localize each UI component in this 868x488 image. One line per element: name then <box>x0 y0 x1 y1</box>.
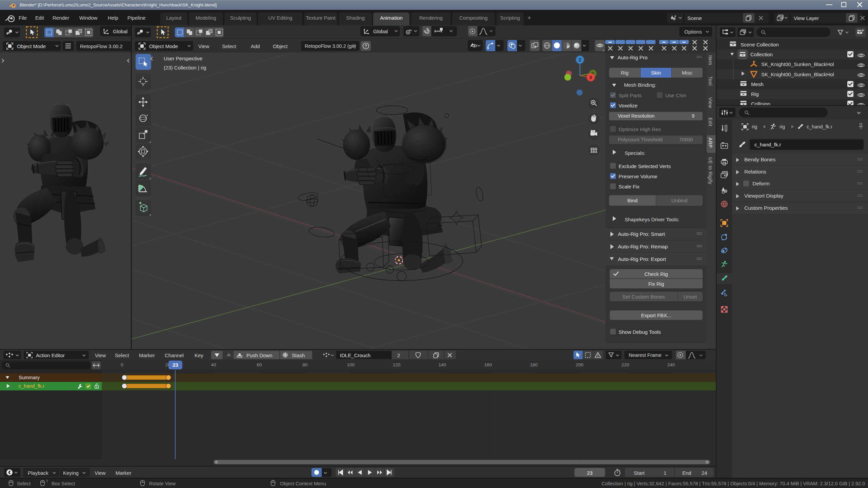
svg-text:X: X <box>589 75 592 80</box>
svg-text:?: ? <box>365 44 367 48</box>
svg-text:Z: Z <box>579 57 581 62</box>
